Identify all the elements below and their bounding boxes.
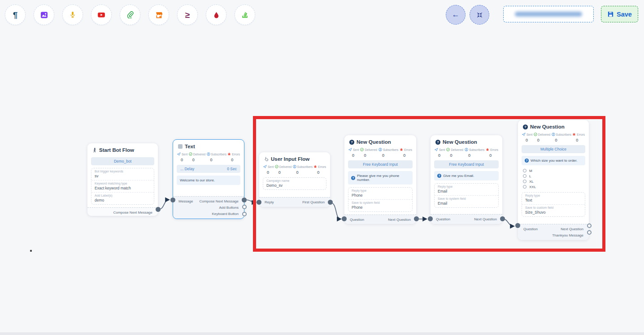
subscribers-icon bbox=[207, 152, 210, 156]
fit-view-button[interactable] bbox=[470, 5, 489, 25]
back-button[interactable]: ← bbox=[446, 5, 466, 25]
connector-port-thankyou-message[interactable] bbox=[587, 230, 592, 235]
toolbar-video-element-button[interactable] bbox=[91, 4, 112, 25]
node-title: Start Bot Flow bbox=[99, 147, 134, 153]
stat-value: 0 bbox=[486, 153, 498, 158]
field-save-to-system-field[interactable]: Save to system field Email bbox=[435, 196, 498, 207]
question-preview[interactable]: ? Which size you want to order. bbox=[522, 156, 585, 165]
field-reply-type[interactable]: Reply type Phone bbox=[348, 188, 412, 200]
connector-port-out[interactable] bbox=[414, 216, 419, 221]
question-fields: Reply type Phone Save to system field Ph… bbox=[348, 187, 413, 212]
radio-icon[interactable] bbox=[523, 169, 527, 172]
toolbar-audio-element-button[interactable] bbox=[62, 4, 83, 25]
connector-port-out[interactable] bbox=[242, 198, 247, 202]
field-save-to-custom-field[interactable]: Save to custom field Size_Shuvo bbox=[522, 205, 585, 216]
toolbar-file-element-button[interactable] bbox=[120, 4, 140, 25]
compress-icon bbox=[477, 12, 483, 18]
field-value: Exact keyword match bbox=[95, 186, 151, 190]
stat-value: 0 bbox=[263, 170, 274, 175]
stat-label: Subscribers bbox=[383, 148, 398, 151]
stat-label: Delivered bbox=[193, 153, 205, 156]
stat-label: Delivered bbox=[365, 148, 377, 151]
node-new-question-phone[interactable]: ? New Question Sent0 Delivered0 Subscrib… bbox=[344, 135, 416, 224]
bot-name-button[interactable]: Demo_bot bbox=[91, 157, 154, 165]
delay-row[interactable]: ... Delay 0 Sec bbox=[177, 165, 240, 173]
field-value: Email bbox=[438, 189, 495, 193]
node-start-bot-flow[interactable]: Start Bot Flow Demo_bot Bot trigger keyw… bbox=[87, 143, 158, 216]
node-new-question-size[interactable]: ? New Question Sent0 Delivered0 Subscrib… bbox=[518, 120, 589, 240]
stat-label: Errors bbox=[577, 133, 585, 136]
field-bot-trigger-keywords[interactable]: Bot trigger keywords sv bbox=[91, 168, 154, 180]
question-preview[interactable]: ? Give me you Email. bbox=[434, 171, 499, 180]
message-preview[interactable]: Welcome to our store. bbox=[177, 176, 240, 185]
radio-icon[interactable] bbox=[523, 185, 527, 189]
connector-port-in[interactable] bbox=[170, 198, 175, 202]
question-type-button[interactable]: Free Keyboard Input bbox=[348, 160, 413, 168]
radio-icon[interactable] bbox=[523, 180, 527, 183]
question-type-button[interactable]: Free Keyboard Input bbox=[434, 160, 499, 168]
connector-port-in[interactable] bbox=[515, 223, 520, 228]
node-user-input-flow[interactable]: User Input Flow Sent0 Delivered0 Subscri… bbox=[259, 152, 330, 207]
option-row: M bbox=[518, 168, 589, 173]
field-reply-type[interactable]: Reply type Text bbox=[522, 193, 585, 205]
connector-port-in[interactable] bbox=[257, 200, 261, 205]
output-label: Compose Next Message bbox=[113, 210, 152, 215]
node-footer: Reply First Question bbox=[259, 197, 330, 207]
field-value: demo bbox=[95, 198, 151, 202]
output-label: First Question bbox=[302, 200, 325, 204]
field-save-to-system-field[interactable]: Save to system field Phone bbox=[348, 200, 412, 211]
node-header: ? New Question bbox=[518, 120, 589, 131]
field-campaign-name[interactable]: Campaign name Demo_sv bbox=[263, 178, 326, 189]
stat-value: 0 bbox=[446, 153, 463, 158]
output-label: Compose Next Message bbox=[199, 199, 239, 203]
connector-port-add-buttons[interactable] bbox=[242, 205, 247, 209]
stat-value: 0 bbox=[207, 158, 226, 162]
toolbar-image-element-button[interactable] bbox=[34, 4, 54, 25]
connector-port-out[interactable] bbox=[500, 216, 505, 221]
toolbar-text-element-button[interactable]: ¶ bbox=[5, 4, 26, 25]
connector-port-next-question[interactable] bbox=[587, 223, 592, 228]
toolbar-sequence-element-button[interactable]: ≥ bbox=[177, 4, 198, 25]
connector-port-keyboard-button[interactable] bbox=[242, 212, 247, 216]
node-title: New Question bbox=[530, 124, 565, 129]
connector-port-out[interactable] bbox=[328, 200, 333, 205]
field-value: Phone bbox=[352, 193, 409, 198]
node-stats: Sent0 Delivered0 Subscribers0 Errors0 bbox=[344, 146, 416, 158]
option-label: XL bbox=[529, 180, 534, 184]
field-keyword-matching-type[interactable]: Keyword matching type Exact keyword matc… bbox=[91, 180, 154, 193]
question-preview[interactable]: ? Please give me you phone number. bbox=[348, 171, 413, 185]
field-value: sv bbox=[95, 174, 151, 178]
toolbar-stack-element-button[interactable] bbox=[235, 4, 255, 25]
option-label: M bbox=[529, 169, 532, 173]
connector-port-in[interactable] bbox=[428, 216, 433, 221]
stat-label: Errors bbox=[404, 148, 412, 151]
node-header: ? New Question bbox=[344, 135, 416, 146]
connector-port-out[interactable] bbox=[156, 207, 161, 212]
field-add-labels[interactable]: Add Label(s) demo bbox=[91, 193, 154, 204]
question-text: Please give me you phone number. bbox=[357, 174, 409, 182]
image-icon bbox=[40, 11, 48, 19]
save-button[interactable]: Save bbox=[601, 6, 638, 22]
toolbar-ecommerce-element-button[interactable] bbox=[148, 4, 169, 25]
delay-value: 0 Sec bbox=[227, 167, 237, 171]
toolbar-drip-element-button[interactable] bbox=[206, 4, 226, 25]
start-fields: Bot trigger keywords sv Keyword matching… bbox=[91, 168, 154, 205]
question-circle-icon: ? bbox=[435, 140, 440, 145]
field-value: Demo_sv bbox=[266, 183, 323, 188]
field-reply-type[interactable]: Reply type Email bbox=[435, 184, 498, 196]
field-label: Reply type bbox=[525, 194, 582, 197]
stat-value: 0 bbox=[293, 170, 313, 175]
connector-port-in[interactable] bbox=[342, 216, 347, 221]
question-mini-icon: ? bbox=[437, 174, 441, 178]
question-type-button[interactable]: Multiple Choice bbox=[522, 145, 585, 153]
cursor-artifact-dot bbox=[30, 250, 32, 252]
input-label: Reply bbox=[265, 200, 274, 204]
horizontal-scrollbar-track[interactable] bbox=[0, 332, 644, 335]
stat-value: 0 bbox=[435, 153, 445, 158]
field-value: Text bbox=[525, 198, 582, 202]
radio-icon[interactable] bbox=[523, 174, 527, 178]
node-new-question-email[interactable]: ? New Question Sent0 Delivered0 Subscrib… bbox=[431, 135, 502, 224]
node-text[interactable]: Text Sent0 Delivered0 Subscribers0 Error… bbox=[173, 139, 244, 219]
flow-title-input[interactable] bbox=[503, 6, 594, 22]
stat-label: Subscribers bbox=[469, 148, 484, 151]
